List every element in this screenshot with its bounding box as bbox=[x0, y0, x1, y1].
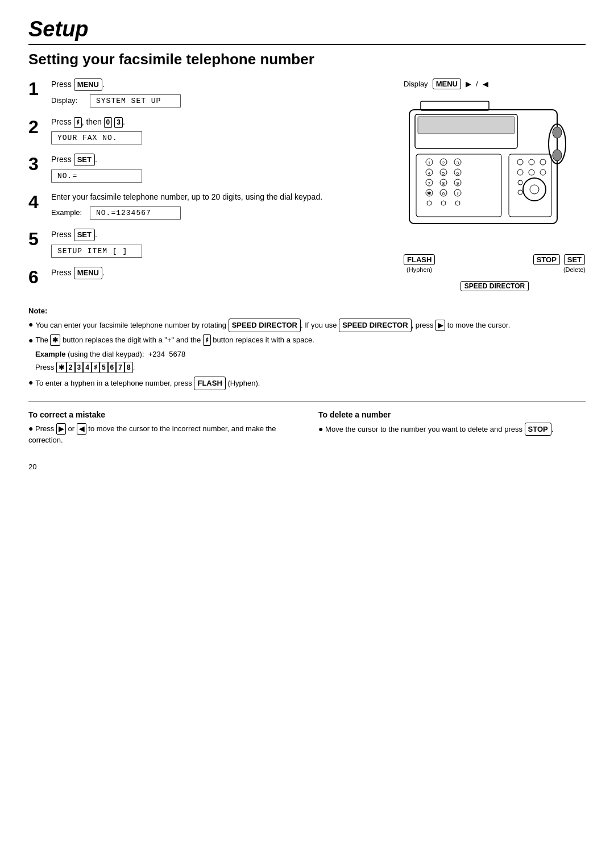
step-2-number: 2 bbox=[28, 118, 51, 136]
display-label-1: Display: bbox=[51, 96, 85, 105]
fax-machine-diagram: 1 2 3 4 5 6 7 8 9 ✱ bbox=[404, 93, 574, 252]
three-key-seq: 3 bbox=[75, 362, 84, 373]
separator-diagram: / bbox=[476, 80, 478, 88]
page-title: Setup bbox=[28, 17, 586, 42]
svg-point-43 bbox=[553, 127, 562, 138]
stop-key: STOP bbox=[533, 254, 560, 265]
svg-point-36 bbox=[529, 170, 534, 175]
zero-key: 0 bbox=[104, 117, 113, 128]
step-6-number: 6 bbox=[28, 268, 51, 286]
menu-key-step1: MENU bbox=[74, 78, 102, 91]
step-6: 6 Press MENU. bbox=[28, 267, 392, 286]
menu-key-step6: MENU bbox=[74, 267, 102, 279]
svg-rect-2 bbox=[418, 117, 515, 134]
svg-point-28 bbox=[427, 201, 432, 205]
svg-rect-45 bbox=[421, 101, 489, 110]
menu-key-diagram: MENU bbox=[433, 78, 461, 89]
step-3: 3 Press SET. NO.= bbox=[28, 154, 392, 184]
note-item-2: ● The ✱ button replaces the digit with a… bbox=[28, 334, 586, 346]
svg-text:♯: ♯ bbox=[457, 191, 459, 196]
example-label: Example: bbox=[51, 208, 85, 217]
note-title: Note: bbox=[28, 305, 586, 317]
correct-mistake-col: To correct a mistake ● Press ▶ or ◀ to m… bbox=[28, 410, 296, 446]
svg-point-35 bbox=[517, 170, 523, 175]
svg-text:6: 6 bbox=[457, 171, 459, 176]
svg-text:2: 2 bbox=[442, 160, 445, 166]
hash-key-note: ♯ bbox=[203, 334, 211, 346]
note-section: Note: ● You can enter your facsimile tel… bbox=[28, 305, 586, 390]
svg-text:1: 1 bbox=[428, 160, 431, 166]
flash-key-note: FLASH bbox=[194, 377, 225, 390]
star-key-seq: ✱ bbox=[56, 362, 67, 373]
speed-director-key-2: SPEED DIRECTOR bbox=[339, 319, 411, 332]
svg-point-39 bbox=[530, 185, 539, 194]
svg-text:✱: ✱ bbox=[427, 191, 432, 196]
example-display: NO.=1234567 bbox=[90, 206, 181, 220]
svg-point-30 bbox=[455, 201, 460, 205]
display-text-5: SETUP ITEM [ ] bbox=[51, 245, 142, 258]
arrow-left-bottom: ◀ bbox=[77, 423, 86, 435]
set-sub: (Delete) bbox=[563, 266, 586, 273]
set-key-diagram: SET bbox=[564, 254, 585, 265]
step-5-number: 5 bbox=[28, 230, 51, 248]
svg-text:4: 4 bbox=[428, 171, 431, 176]
svg-text:9: 9 bbox=[457, 181, 459, 186]
svg-point-41 bbox=[518, 190, 522, 195]
delete-number-title: To delete a number bbox=[318, 410, 586, 419]
three-key: 3 bbox=[114, 117, 123, 128]
display-word: Display bbox=[404, 80, 428, 88]
arrow-right-bottom: ▶ bbox=[56, 423, 66, 435]
stop-key-bottom: STOP bbox=[525, 423, 551, 436]
seven-key: 7 bbox=[116, 362, 125, 373]
svg-text:3: 3 bbox=[457, 160, 459, 166]
diagram-column: Display MENU ▶ / ◀ 1 2 bbox=[404, 78, 586, 294]
svg-point-32 bbox=[517, 159, 523, 165]
page-number: 20 bbox=[28, 462, 586, 471]
step-1: 1 Press MENU. Display: SYSTEM SET UP bbox=[28, 78, 392, 109]
svg-point-33 bbox=[529, 159, 534, 165]
svg-point-38 bbox=[523, 178, 546, 201]
speed-director-key-1: SPEED DIRECTOR bbox=[229, 319, 301, 332]
eight-key: 8 bbox=[125, 362, 133, 373]
svg-point-34 bbox=[540, 159, 546, 165]
note-item-1: ● You can enter your facsimile telephone… bbox=[28, 319, 586, 332]
note-item-3: ● To enter a hyphen in a telephone numbe… bbox=[28, 377, 586, 390]
svg-point-29 bbox=[441, 201, 446, 205]
diagram-top-row: Display MENU ▶ / ◀ bbox=[404, 78, 586, 89]
hash-key-seq: ♯ bbox=[92, 362, 99, 373]
two-key: 2 bbox=[67, 362, 75, 373]
example-title: Example bbox=[35, 350, 65, 358]
flash-button-group: FLASH (Hyphen) bbox=[404, 254, 435, 273]
step-4: 4 Enter your facsimile telephone number,… bbox=[28, 192, 392, 221]
delete-number-text: ● Move the cursor to the number you want… bbox=[318, 423, 586, 436]
speed-director-label: SPEED DIRECTOR bbox=[460, 281, 529, 291]
svg-text:8: 8 bbox=[442, 181, 445, 186]
six-key: 6 bbox=[108, 362, 117, 373]
display-text-2: YOUR FAX NO. bbox=[51, 131, 142, 144]
svg-point-37 bbox=[540, 170, 546, 175]
step-2: 2 Press ♯, then 0 3. YOUR FAX NO. bbox=[28, 117, 392, 146]
arrow-right-note: ▶ bbox=[435, 320, 445, 331]
display-text-3: NO.= bbox=[51, 170, 142, 183]
arrow-right-diagram: ▶ bbox=[466, 80, 471, 88]
set-key-step5: SET bbox=[74, 229, 95, 241]
set-button-group: SET (Delete) bbox=[563, 254, 586, 273]
svg-text:5: 5 bbox=[442, 171, 445, 176]
step-3-number: 3 bbox=[28, 155, 51, 173]
display-text-1: SYSTEM SET UP bbox=[90, 94, 181, 108]
section-title: Setting your facsimile telephone number bbox=[28, 51, 586, 68]
correct-mistake-title: To correct a mistake bbox=[28, 410, 296, 419]
four-key: 4 bbox=[83, 362, 92, 373]
bottom-divider bbox=[28, 402, 586, 402]
svg-point-40 bbox=[518, 180, 522, 185]
step-5: 5 Press SET. SETUP ITEM [ ] bbox=[28, 229, 392, 259]
set-key-step3: SET bbox=[74, 154, 95, 166]
arrow-left-diagram: ◀ bbox=[483, 80, 488, 88]
five-key: 5 bbox=[99, 362, 108, 373]
stop-button-group: STOP bbox=[533, 254, 560, 266]
hash-key: ♯ bbox=[74, 117, 82, 128]
svg-text:0: 0 bbox=[442, 191, 445, 196]
svg-point-44 bbox=[553, 150, 562, 161]
step-1-number: 1 bbox=[28, 80, 51, 98]
star-key-note: ✱ bbox=[50, 334, 60, 346]
